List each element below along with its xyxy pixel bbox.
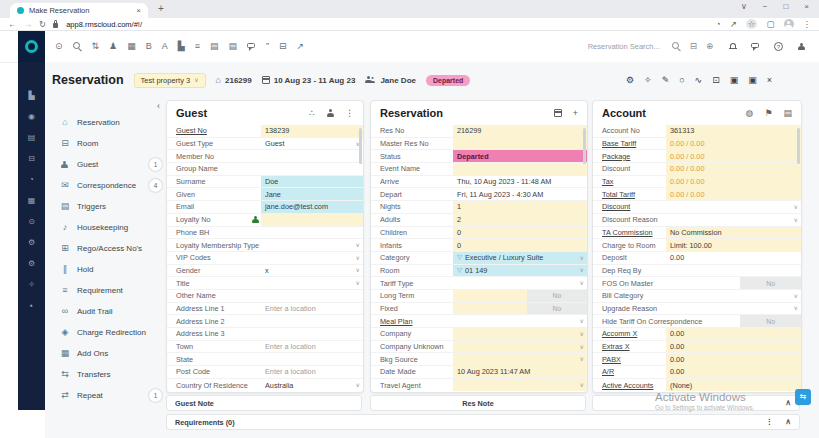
toolbar-building-icon[interactable]: ▦ bbox=[127, 42, 136, 51]
rail-clock-icon[interactable]: ◔ bbox=[29, 176, 34, 184]
field-value-email[interactable]: jane.doe@test.com bbox=[261, 201, 363, 213]
sidebar-item-requirement[interactable]: ≡Requirement bbox=[45, 280, 166, 301]
reservation-search-input[interactable]: Reservation Search... bbox=[588, 42, 660, 51]
account-note-bar[interactable]: ∧ bbox=[592, 395, 800, 411]
field-value-event-name[interactable] bbox=[453, 163, 587, 175]
help-icon[interactable] bbox=[774, 42, 783, 51]
field-value-long-term[interactable]: No bbox=[453, 290, 587, 302]
guest-scrollbar-thumb[interactable] bbox=[359, 128, 362, 164]
toolbar-sliders-icon[interactable]: ⇅ bbox=[92, 42, 100, 51]
field-value-member-no[interactable] bbox=[261, 150, 363, 162]
field-value-travel-agent[interactable]: ∨ bbox=[453, 379, 587, 392]
field-value-guest-no[interactable]: 138239 bbox=[261, 125, 363, 137]
reservation-scrollbar-thumb[interactable] bbox=[583, 128, 586, 164]
header-sparkle-icon[interactable]: ✧ bbox=[644, 76, 652, 85]
browser-share-arrow-icon[interactable]: ↗ bbox=[730, 20, 737, 29]
rail-circle-dot-icon[interactable]: ◉ bbox=[28, 113, 35, 121]
address-bar[interactable]: app8.rmscloud.com/#!/ bbox=[66, 20, 708, 29]
field-value-other-name[interactable] bbox=[261, 290, 363, 302]
field-value-bill-category[interactable]: ∨ bbox=[666, 290, 801, 302]
field-value-loyalty-membership-type[interactable]: ∨ bbox=[261, 239, 363, 251]
guest-message-icon[interactable] bbox=[326, 109, 334, 117]
field-value-town[interactable]: Enter a location bbox=[261, 341, 363, 353]
ledger-icon[interactable]: ▤ bbox=[783, 109, 792, 118]
field-value-company[interactable]: ∨ bbox=[453, 328, 587, 340]
sidebar-item-guest[interactable]: Guest1 bbox=[45, 154, 166, 175]
toolbar-bed-icon[interactable]: ⊟ bbox=[279, 42, 287, 51]
field-label-a-r[interactable]: A/R bbox=[593, 366, 666, 378]
rail-building-icon[interactable]: ▦ bbox=[28, 197, 36, 205]
sidebar-item-audit-trail[interactable]: ∞Audit Trail bbox=[45, 301, 166, 322]
field-value-pabx[interactable]: 0.00 bbox=[666, 353, 801, 365]
field-value-loyalty-no[interactable] bbox=[261, 214, 363, 226]
search-bed-icon[interactable]: ⊟ bbox=[690, 42, 697, 51]
field-value-company-unknown[interactable]: ∨ bbox=[453, 341, 587, 353]
field-value-bkg-source[interactable]: ∨ bbox=[453, 353, 587, 365]
header-circle-icon[interactable]: ○ bbox=[679, 76, 684, 85]
browser-history-icon[interactable]: ◔ bbox=[716, 20, 721, 29]
browser-forward-icon[interactable]: → bbox=[24, 20, 33, 29]
bell-icon[interactable] bbox=[729, 43, 737, 51]
field-label-total-tariff[interactable]: Total Tariff bbox=[593, 188, 666, 200]
field-value-address-line-1[interactable]: Enter a location bbox=[261, 303, 363, 315]
field-value-title[interactable]: ∨ bbox=[261, 277, 363, 289]
kebab-menu-icon[interactable]: ⋮ bbox=[345, 109, 354, 118]
field-label-ta-commission[interactable]: TA Commission bbox=[593, 227, 666, 239]
calendar-icon[interactable] bbox=[554, 109, 562, 117]
window-profile-chevron-icon[interactable]: ∨ bbox=[741, 3, 747, 11]
kebab-menu-icon[interactable]: ⋮ bbox=[766, 418, 773, 425]
field-value-res-no[interactable]: 216299 bbox=[453, 125, 587, 137]
field-label-base-tariff[interactable]: Base Tariff bbox=[593, 138, 666, 150]
toolbar-target-icon[interactable]: ⊙ bbox=[55, 42, 63, 51]
field-label-guest-no[interactable]: Guest No bbox=[167, 125, 261, 137]
toggle-fixed[interactable]: No bbox=[527, 303, 587, 315]
toolbar-bold-icon[interactable]: B bbox=[146, 42, 152, 51]
res-note-bar[interactable]: Res Note bbox=[370, 395, 586, 411]
field-value-room[interactable]: ▽01 149∨ bbox=[453, 265, 587, 277]
account-scrollbar-thumb[interactable] bbox=[797, 128, 800, 164]
share-icon[interactable]: ∴ bbox=[309, 109, 315, 118]
rail-target-icon[interactable]: ⊙ bbox=[28, 218, 35, 226]
chevron-up-icon[interactable]: ∧ bbox=[785, 418, 791, 426]
toolbar-chart-icon[interactable]: ▙ bbox=[178, 42, 185, 51]
support-widget-button[interactable]: ⇆ bbox=[795, 389, 811, 405]
field-value-surname[interactable]: Doe bbox=[261, 176, 363, 188]
tab-close-icon[interactable]: × bbox=[136, 7, 141, 15]
rail-gear-icon[interactable]: ⚙ bbox=[28, 239, 35, 247]
field-value-given[interactable]: Jane bbox=[261, 188, 363, 200]
money-bag-icon[interactable]: ◍ bbox=[746, 109, 754, 118]
toggle-hide-tariff-on-correspondence[interactable]: No bbox=[740, 315, 801, 327]
sidebar-item-rego-access-no-s[interactable]: ⊞Rego/Access No's bbox=[45, 238, 166, 259]
sidebar-item-reservation[interactable]: ⌂Reservation bbox=[45, 112, 166, 133]
browser-sidebar-icon[interactable]: ▢ bbox=[766, 20, 774, 29]
toolbar-checklist-icon[interactable]: ≡ bbox=[195, 42, 200, 51]
field-value-account-no[interactable]: 361313 bbox=[666, 125, 801, 137]
field-value-post-code[interactable]: Enter a location bbox=[261, 366, 363, 378]
field-label-extras-x[interactable]: Extras X bbox=[593, 341, 666, 353]
browser-tab[interactable]: Make Reservation × bbox=[10, 3, 148, 18]
toolbar-card-icon[interactable]: ▤ bbox=[210, 42, 219, 51]
window-maximize-icon[interactable]: □ bbox=[783, 3, 788, 11]
field-value-extras-x[interactable]: 0.00 bbox=[666, 341, 801, 353]
chat-icon[interactable] bbox=[751, 42, 760, 51]
field-label-active-accounts[interactable]: Active Accounts bbox=[593, 379, 666, 392]
field-value-package[interactable]: 0.00 / 0.00 bbox=[666, 150, 801, 162]
field-label-package[interactable]: Package bbox=[593, 150, 666, 162]
add-icon[interactable]: + bbox=[573, 109, 578, 118]
field-value-dep-req-by[interactable] bbox=[666, 265, 801, 277]
field-value-discount[interactable]: ∨ bbox=[666, 201, 801, 213]
field-value-state[interactable] bbox=[261, 353, 363, 365]
field-value-charge-to-room[interactable]: Limit: 100.00 bbox=[666, 239, 801, 251]
toolbar-feedback-icon[interactable] bbox=[247, 42, 256, 51]
field-value-nights[interactable]: 1 bbox=[453, 201, 587, 213]
sidebar-item-add-ons[interactable]: ▦Add Ons bbox=[45, 343, 166, 364]
window-close-icon[interactable]: × bbox=[804, 3, 809, 11]
field-value-a-r[interactable]: 0.00 bbox=[666, 366, 801, 378]
header-settings-icon[interactable]: ⚙ bbox=[626, 76, 634, 85]
field-value-total-tariff[interactable]: 0.00 / 0.00 bbox=[666, 188, 801, 200]
sidebar-item-hold[interactable]: ∥Hold bbox=[45, 259, 166, 280]
flag-icon[interactable]: ⚑ bbox=[764, 109, 772, 118]
filter-funnel-icon[interactable]: ▽ bbox=[457, 254, 462, 261]
browser-menu-dots-icon[interactable]: ⋮ bbox=[803, 20, 812, 29]
field-value-vip-codes[interactable]: ∨ bbox=[261, 252, 363, 264]
